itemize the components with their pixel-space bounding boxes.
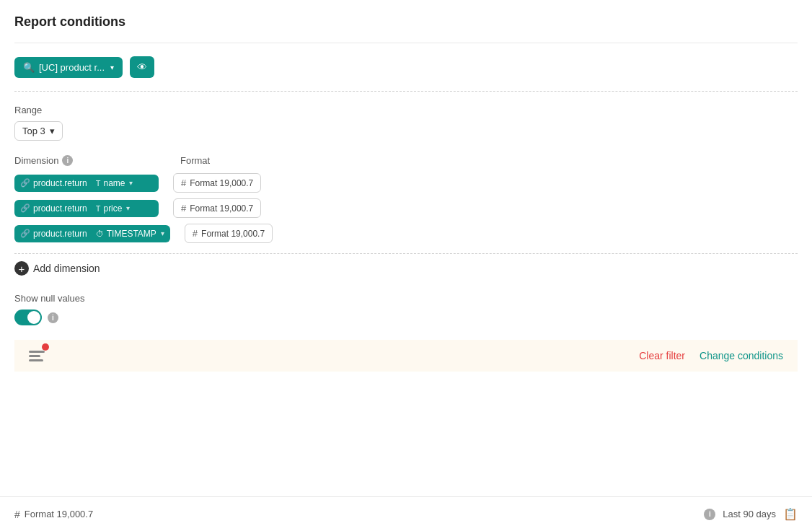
dimension-row-1: 🔗 product.return T name ▾ # Format 19,00…	[14, 173, 798, 193]
footer-bar: # Format 19,000.7 i Last 90 days 📋	[0, 496, 812, 531]
format-pill-2[interactable]: # Format 19,000.7	[173, 198, 261, 218]
null-values-section: Show null values i	[14, 293, 798, 325]
report-conditions-section: Report conditions 🔍 [UC] product r... ▾ …	[0, 0, 812, 372]
entity-icon-1: 🔗	[20, 178, 30, 188]
footer-last-days: Last 90 days	[723, 509, 776, 519]
segment-dropdown-button[interactable]: 🔍 [UC] product r... ▾	[14, 57, 123, 78]
red-dot-icon	[42, 343, 49, 351]
footer-format: # Format 19,000.7	[14, 509, 93, 520]
eye-button[interactable]: 👁	[130, 56, 154, 78]
range-chevron-icon: ▾	[50, 126, 55, 136]
alert-bar: Clear filter Change conditions	[14, 340, 798, 372]
entity-icon-2: 🔗	[20, 203, 30, 213]
entity-icon-3: 🔗	[20, 229, 30, 238]
range-section: Range Top 3 ▾	[14, 105, 798, 141]
field-name-1: name	[103, 178, 125, 188]
filter-lines-icon	[29, 351, 45, 361]
segment-row: 🔍 [UC] product r... ▾ 👁	[14, 56, 798, 92]
entity-name-1: product.return	[33, 178, 87, 188]
format-value-3: Format 19,000.7	[201, 229, 265, 239]
format-value-2: Format 19,000.7	[190, 203, 253, 214]
dim-chevron-2: ▾	[126, 204, 130, 212]
dimension-pill-3[interactable]: 🔗 product.return ⏱ TIMESTAMP ▾	[14, 225, 170, 242]
null-values-info-icon[interactable]: i	[48, 312, 58, 323]
field-icon-1: T	[96, 179, 101, 188]
format-label: Format	[180, 155, 210, 166]
add-dimension-button[interactable]: + Add dimension	[14, 261, 100, 276]
field-name-3: TIMESTAMP	[107, 229, 156, 239]
toggle-row: i	[14, 310, 798, 325]
format-pill-3[interactable]: # Format 19,000.7	[185, 224, 273, 243]
dimension-header: Dimension i	[14, 155, 180, 166]
entity-name-3: product.return	[33, 229, 87, 239]
format-value-1: Format 19,000.7	[190, 178, 253, 188]
eye-icon: 👁	[137, 61, 147, 73]
footer-hash-icon: #	[14, 509, 20, 520]
format-header: Format	[180, 155, 798, 166]
dimension-section: 🔗 product.return T name ▾ # Format 19,00…	[14, 173, 798, 243]
plus-icon: +	[14, 261, 29, 276]
footer-right: i Last 90 days 📋	[704, 507, 798, 521]
dimension-pill-2[interactable]: 🔗 product.return T price ▾	[14, 200, 159, 217]
field-icon-3: ⏱	[96, 229, 104, 238]
footer-calendar-icon[interactable]: 📋	[783, 507, 798, 521]
range-select[interactable]: Top 3 ▾	[14, 121, 63, 141]
dimension-row-3: 🔗 product.return ⏱ TIMESTAMP ▾ # Format …	[14, 224, 798, 243]
footer-format-label: Format 19,000.7	[25, 509, 93, 519]
add-dimension-row: + Add dimension	[14, 253, 798, 283]
format-pill-1[interactable]: # Format 19,000.7	[173, 173, 261, 193]
dim-chevron-3: ▾	[161, 229, 164, 237]
hash-icon-3: #	[193, 228, 198, 239]
chevron-down-icon: ▾	[110, 63, 114, 71]
dimension-row-2: 🔗 product.return T price ▾ # Format 19,0…	[14, 198, 798, 218]
clear-filter-button[interactable]: Clear filter	[639, 350, 685, 361]
dimension-pill-1[interactable]: 🔗 product.return T name ▾	[14, 175, 159, 192]
null-values-toggle[interactable]	[14, 310, 42, 325]
add-dimension-label: Add dimension	[33, 263, 100, 274]
change-conditions-button[interactable]: Change conditions	[700, 350, 783, 361]
dimension-info-icon[interactable]: i	[62, 155, 73, 166]
field-icon-2: T	[96, 204, 101, 213]
main-panel: Report conditions 🔍 [UC] product r... ▾ …	[0, 0, 812, 531]
page-title: Report conditions	[14, 14, 798, 43]
range-label: Range	[14, 105, 798, 115]
footer-info-icon[interactable]: i	[704, 509, 715, 520]
dim-chevron-1: ▾	[129, 179, 133, 187]
headers-row: Dimension i Format	[14, 155, 798, 166]
null-values-label: Show null values	[14, 293, 798, 304]
hash-icon-2: #	[181, 203, 186, 214]
hash-icon-1: #	[181, 177, 186, 188]
alert-actions: Clear filter Change conditions	[639, 350, 783, 361]
dimension-label: Dimension	[14, 155, 58, 166]
search-icon: 🔍	[23, 62, 35, 73]
range-value: Top 3	[22, 126, 45, 136]
entity-name-2: product.return	[33, 203, 87, 214]
field-name-2: price	[103, 203, 122, 214]
alert-icon-area	[29, 351, 49, 361]
segment-label: [UC] product r...	[39, 62, 105, 73]
